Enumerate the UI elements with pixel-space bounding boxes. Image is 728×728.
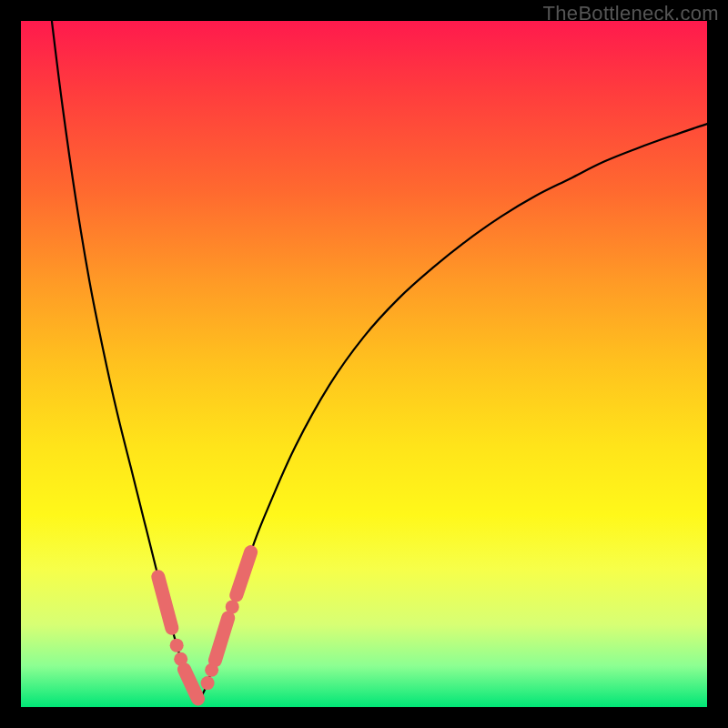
plot-area	[21, 21, 707, 707]
curve-right-curve	[199, 124, 707, 700]
chart-svg	[21, 21, 707, 707]
right-dot-a	[201, 676, 215, 690]
left-segment-lower	[184, 670, 197, 699]
right-dot-c	[226, 600, 239, 613]
left-dot-a	[170, 639, 184, 652]
right-segment-lower	[215, 618, 228, 661]
right-segment-upper	[237, 552, 251, 596]
curve-left-curve	[52, 21, 199, 700]
left-segment-upper	[158, 577, 172, 629]
watermark-text: TheBottleneck.com	[543, 2, 719, 25]
